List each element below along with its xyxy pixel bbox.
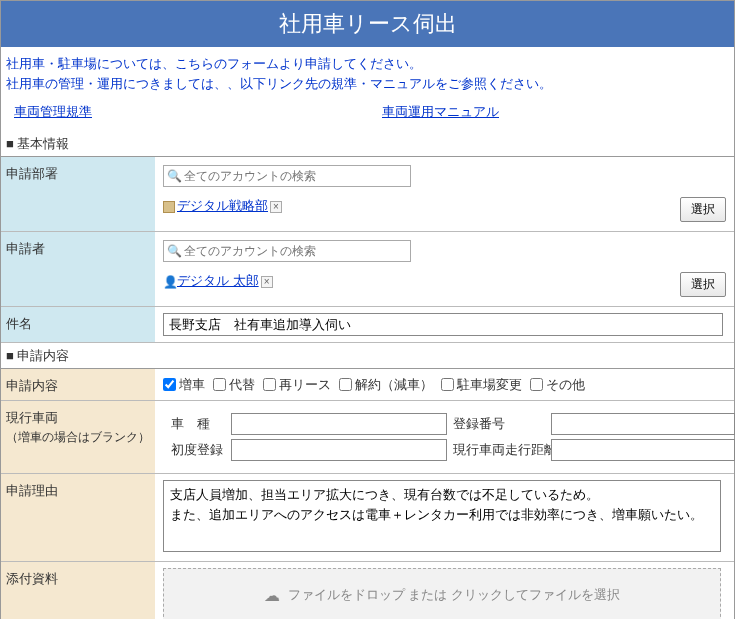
input-mileage[interactable] (551, 439, 735, 461)
org-icon (163, 201, 175, 213)
label-app-content: 申請内容 (1, 369, 155, 400)
input-firstreg[interactable] (231, 439, 447, 461)
input-regno[interactable] (551, 413, 735, 435)
link-vehicle-manual[interactable]: 車両運用マニュアル (382, 103, 499, 121)
lbl-model: 車 種 (171, 415, 225, 433)
subject-input[interactable] (163, 313, 723, 336)
label-subject: 件名 (1, 307, 155, 342)
upload-icon: ☁ (264, 586, 280, 605)
department-select-button[interactable]: 選択 (680, 197, 726, 222)
chk-relet[interactable]: 再リース (263, 375, 331, 394)
app-content-checks: 増車 代替 再リース 解約（減車） 駐車場変更 その他 (155, 369, 734, 400)
applicant-select-button[interactable]: 選択 (680, 272, 726, 297)
chk-replace[interactable]: 代替 (213, 375, 255, 394)
applicant-search-input[interactable] (163, 240, 411, 262)
department-search-input[interactable] (163, 165, 411, 187)
chk-cancel[interactable]: 解約（減車） (339, 375, 433, 394)
label-department: 申請部署 (1, 157, 155, 231)
lbl-mileage: 現行車両走行距離 (453, 441, 545, 459)
chk-increase[interactable]: 増車 (163, 375, 205, 394)
label-reason: 申請理由 (1, 474, 155, 561)
section-application-content: ■ 申請内容 (1, 343, 734, 369)
section-basic-info: ■ 基本情報 (1, 131, 734, 157)
label-current-vehicle: 現行車両 （増車の場合はブランク） (1, 401, 155, 473)
person-icon: 👤 (163, 276, 175, 288)
applicant-remove[interactable]: × (261, 276, 273, 288)
input-model[interactable] (231, 413, 447, 435)
lbl-firstreg: 初度登録 (171, 441, 225, 459)
label-applicant: 申請者 (1, 232, 155, 306)
chk-other[interactable]: その他 (530, 375, 585, 394)
intro-text: 社用車・駐車場については、こちらのフォームより申請してください。 社用車の管理・… (1, 48, 734, 95)
chk-parking[interactable]: 駐車場変更 (441, 375, 522, 394)
link-vehicle-regulation[interactable]: 車両管理規準 (14, 103, 92, 121)
reason-textarea[interactable] (163, 480, 721, 552)
lbl-regno: 登録番号 (453, 415, 545, 433)
department-chip[interactable]: デジタル戦略部 (177, 198, 268, 213)
page-title: 社用車リース伺出 (1, 1, 734, 48)
label-attachment: 添付資料 (1, 562, 155, 619)
applicant-chip[interactable]: デジタル 太郎 (177, 273, 259, 288)
department-remove[interactable]: × (270, 201, 282, 213)
attachment-dropzone[interactable]: ☁ ファイルをドロップ または クリックしてファイルを選択 (163, 568, 721, 619)
